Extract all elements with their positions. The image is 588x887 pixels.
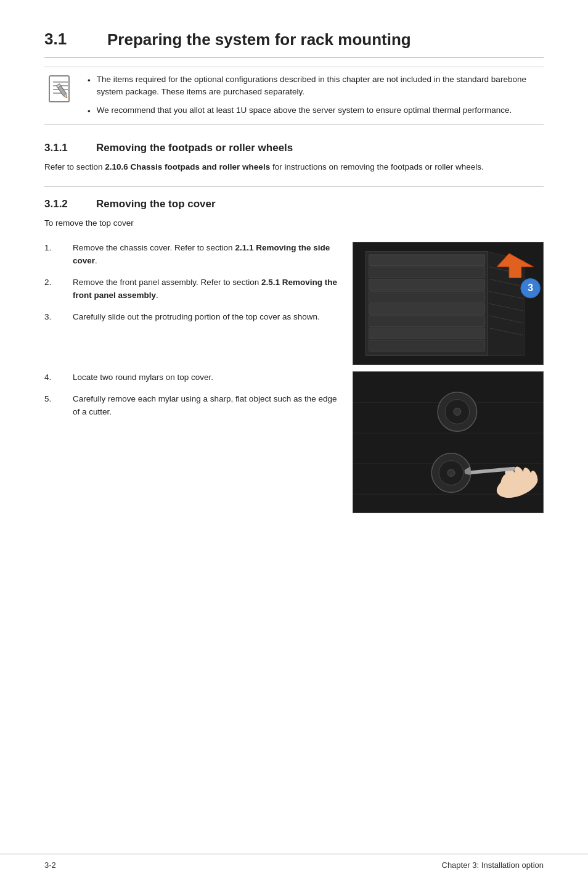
svg-rect-17 (369, 328, 484, 339)
step-text-4: Locate two round mylars on top cover. (73, 371, 338, 384)
step-4: 4. Locate two round mylars on top cover. (44, 371, 338, 384)
step-number-3: 3. (44, 311, 62, 324)
steps-col-1: 1. Remove the chassis cover. Refer to se… (44, 242, 338, 365)
step-1: 1. Remove the chassis cover. Refer to se… (44, 242, 338, 268)
svg-point-40 (447, 469, 455, 477)
bullet-1: • (88, 75, 91, 99)
svg-point-37 (454, 408, 461, 416)
subsection-3-1-1-heading: Removing the footpads or roller wheels (96, 142, 293, 154)
svg-rect-13 (369, 279, 484, 291)
title-divider (44, 57, 544, 58)
steps-col-2: 4. Locate two round mylars on top cover.… (44, 371, 338, 513)
bullet-2: • (88, 105, 91, 118)
subsection-3-1-2-title: 3.1.2 Removing the top cover (44, 198, 544, 210)
subsection-3-1-2-heading: Removing the top cover (96, 198, 216, 210)
subsection-3-1-1-title: 3.1.1 Removing the footpads or roller wh… (44, 142, 544, 154)
svg-rect-16 (369, 316, 484, 327)
section-number: 3.1 (44, 30, 88, 50)
subsection-3-1-2-intro: To remove the top cover (44, 217, 544, 230)
footer-page-number: 3-2 (44, 860, 56, 870)
note-text-2: We recommend that you allot at least 1U … (97, 104, 512, 118)
step-text-5: Carefully remove each mylar using a shar… (73, 393, 338, 419)
image-col-1: 3 (353, 242, 544, 365)
step-number-5: 5. (44, 393, 62, 419)
step-number-2: 2. (44, 276, 62, 302)
section-heading: Preparing the system for rack mounting (107, 30, 411, 50)
svg-rect-14 (369, 292, 484, 303)
note-text-1: The items required for the optional conf… (97, 73, 544, 99)
step-2: 2. Remove the front panel assembly. Refe… (44, 276, 338, 302)
section-title: 3.1 Preparing the system for rack mounti… (44, 30, 544, 50)
step-3: 3. Carefully slide out the protruding po… (44, 311, 338, 324)
ref-bold-1: 2.10.6 Chassis footpads and roller wheel… (105, 162, 270, 171)
steps-with-image-group-1: 1. Remove the chassis cover. Refer to se… (44, 242, 544, 365)
step-number-4: 4. (44, 371, 62, 384)
subsection-3-1-1-number: 3.1.1 (44, 142, 81, 154)
note-box: • The items required for the optional co… (44, 67, 544, 125)
steps-with-image-group-2: 4. Locate two round mylars on top cover.… (44, 371, 544, 513)
subsection-3-1-2-number: 3.1.2 (44, 198, 81, 210)
step-text-1: Remove the chassis cover. Refer to secti… (73, 242, 338, 268)
footer: 3-2 Chapter 3: Installation option (0, 854, 588, 870)
step-text-2: Remove the front panel assembly. Refer t… (73, 276, 338, 302)
page: 3.1 Preparing the system for rack mounti… (0, 0, 588, 887)
note-content: • The items required for the optional co… (88, 73, 544, 118)
step-2-bold: 2.5.1 Removing the front panel assembly (73, 278, 337, 300)
image-col-2 (353, 371, 544, 513)
note-item-1: • The items required for the optional co… (88, 73, 544, 99)
step-number-1: 1. (44, 242, 62, 268)
svg-rect-11 (369, 255, 484, 266)
svg-rect-18 (369, 340, 484, 352)
note-item-2: • We recommend that you allot at least 1… (88, 104, 544, 118)
svg-rect-15 (369, 303, 484, 315)
step-text-3: Carefully slide out the protruding porti… (73, 311, 338, 324)
image-top-cover: 3 (353, 242, 544, 365)
subsection-3-1-1-body: Refer to section 2.10.6 Chassis footpads… (44, 160, 544, 174)
svg-text:3: 3 (528, 283, 533, 294)
step-1-bold: 2.1.1 Removing the side cover (73, 243, 330, 265)
pencil-notepad-icon (46, 75, 75, 109)
image-mylar-removal (353, 371, 544, 513)
step-5: 5. Carefully remove each mylar using a s… (44, 393, 338, 419)
svg-rect-12 (369, 267, 484, 278)
section-divider-1 (44, 186, 544, 187)
footer-chapter: Chapter 3: Installation option (442, 860, 544, 870)
note-icon (44, 73, 76, 112)
